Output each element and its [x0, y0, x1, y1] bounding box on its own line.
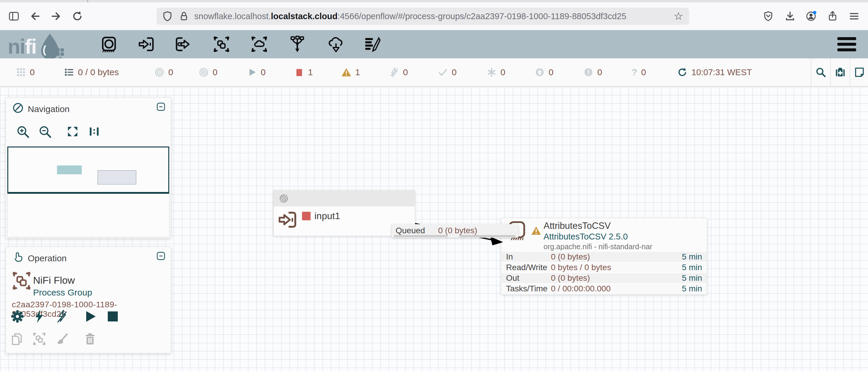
- not-transmitting-icon: [199, 67, 209, 77]
- asterisk-icon: [487, 67, 497, 77]
- downloads-button[interactable]: [784, 10, 796, 22]
- enable-button[interactable]: [32, 309, 46, 324]
- bulletins-button[interactable]: [854, 58, 865, 86]
- disabled-count: 0: [403, 67, 408, 77]
- menu-bar: [837, 37, 856, 40]
- active-threads-status: 0: [16, 58, 35, 86]
- cloud-download-icon: [328, 36, 345, 53]
- selected-flow-type: Process Group: [33, 288, 92, 298]
- reload-button[interactable]: [71, 10, 83, 22]
- url-domain: localstack.cloud: [271, 11, 338, 21]
- stopped-count: 1: [308, 67, 313, 77]
- notification-dot: [813, 11, 816, 14]
- input-port-icon: [278, 210, 297, 230]
- collapse-icon[interactable]: [156, 251, 165, 261]
- url-path: :4566/openflow/#/process-groups/c2aa2397…: [337, 11, 626, 21]
- start-button[interactable]: [83, 309, 97, 324]
- processor-bundle: org.apache.nifi - nifi-standard-nar: [544, 242, 652, 251]
- statusbar-divider: [811, 58, 811, 86]
- minimap-viewport[interactable]: [7, 146, 169, 194]
- collapse-icon[interactable]: [156, 102, 165, 111]
- account-button[interactable]: [805, 10, 817, 22]
- reload-icon: [71, 10, 83, 22]
- nifi-drop-icon: [37, 33, 66, 60]
- browser-toolbar: snowflake.localhost.localstack.cloud:456…: [0, 2, 868, 30]
- active-threads-count: 0: [30, 67, 35, 77]
- download-icon: [784, 11, 796, 22]
- stat-value: 0 / 00:00:00.000: [551, 284, 682, 294]
- zoom-fit-icon[interactable]: [66, 125, 80, 138]
- group-button[interactable]: [32, 332, 46, 346]
- zoom-actual-icon[interactable]: [87, 125, 101, 138]
- output-port-icon: [175, 36, 192, 53]
- invalid-warning-icon: [531, 226, 541, 235]
- locally-modified-status: 0: [487, 58, 505, 86]
- exclamation-circle-icon: [583, 67, 593, 77]
- processor-icon: [100, 36, 117, 53]
- share-button[interactable]: [827, 10, 838, 22]
- bookmark-star-icon[interactable]: ☆: [674, 11, 683, 22]
- delete-button[interactable]: [83, 332, 97, 346]
- copy-icon: [10, 332, 24, 346]
- disabled-status: 0: [389, 58, 408, 86]
- drag-input-port-button[interactable]: [137, 36, 155, 53]
- drag-template-button[interactable]: [328, 36, 345, 53]
- funnel-icon: [289, 36, 306, 53]
- up-to-date-count: 0: [452, 67, 457, 77]
- refresh-button[interactable]: 10:07:31 WEST: [677, 58, 752, 86]
- drag-output-port-button[interactable]: [175, 36, 192, 53]
- stat-value: 0 bytes / 0 bytes: [551, 263, 682, 272]
- forward-button[interactable]: [50, 10, 62, 22]
- stat-row-taskstime: Tasks/Time 0 / 00:00:00.000 5 min: [501, 283, 707, 294]
- search-icon: [815, 67, 826, 78]
- drag-funnel-button[interactable]: [289, 36, 306, 53]
- color-button[interactable]: [55, 332, 69, 346]
- stat-label: Out: [506, 273, 551, 283]
- url-bar[interactable]: snowflake.localhost.localstack.cloud:456…: [156, 8, 689, 25]
- invalid-icon: [341, 67, 351, 77]
- back-button[interactable]: [30, 10, 41, 22]
- drag-processor-button[interactable]: [100, 36, 117, 53]
- input-port-name: input1: [314, 210, 340, 222]
- tab-divider: [87, 0, 88, 2]
- invalid-status: 1: [341, 58, 360, 86]
- search-button[interactable]: [815, 58, 826, 86]
- nifi-global-menu-button[interactable]: [837, 37, 856, 51]
- queued-count: 0 / 0 bytes: [78, 67, 119, 77]
- zoom-in-icon[interactable]: [16, 125, 30, 138]
- statusbar-divider: [850, 58, 850, 86]
- disable-button[interactable]: [55, 309, 69, 324]
- drag-process-group-button[interactable]: [213, 36, 230, 53]
- lock-icon: [179, 11, 189, 22]
- processor-component[interactable]: AttributesToCSV AttributesToCSV 2.5.0 or…: [501, 218, 707, 295]
- zoom-out-icon[interactable]: [38, 125, 52, 138]
- queued-label: Queued: [396, 226, 425, 235]
- sync-failure-status: ? 0: [631, 58, 646, 86]
- extensions-shield-button[interactable]: [762, 10, 774, 22]
- input-port-icon: [137, 36, 155, 53]
- flow-analysis-button[interactable]: [835, 58, 846, 86]
- transmitting-status: 0: [154, 58, 173, 86]
- drag-label-button[interactable]: [364, 36, 381, 53]
- forward-icon: [50, 10, 62, 22]
- processor-stats: In 0 (0 bytes) 5 min Read/Write 0 bytes …: [501, 251, 707, 294]
- birdseye-minimap[interactable]: [7, 146, 169, 237]
- drag-remote-process-group-button[interactable]: [251, 36, 268, 53]
- running-status: 0: [247, 58, 266, 86]
- question-icon: ?: [631, 67, 638, 78]
- operation-title: Operation: [28, 253, 67, 263]
- stop-button[interactable]: [106, 309, 120, 324]
- queued-value: 0 (0 bytes): [438, 226, 477, 235]
- last-refresh-time: 10:07:31 WEST: [691, 68, 752, 77]
- stat-label: Tasks/Time: [506, 284, 551, 294]
- invalid-count: 1: [355, 67, 360, 77]
- processor-type: AttributesToCSV 2.5.0: [544, 232, 628, 241]
- flow-canvas[interactable]: input1 AttributesToCSV AttributesToCSV 2…: [0, 87, 868, 371]
- sidebar-toggle-button[interactable]: [8, 10, 20, 22]
- configuration-button[interactable]: [10, 309, 25, 324]
- copy-button[interactable]: [10, 332, 24, 346]
- not-transmitting-count: 0: [213, 67, 218, 77]
- browser-menu-button[interactable]: [848, 10, 860, 22]
- stat-row-out: Out 0 (0 bytes) 5 min: [501, 272, 707, 283]
- connection-label[interactable]: Queued 0 (0 bytes): [392, 224, 519, 238]
